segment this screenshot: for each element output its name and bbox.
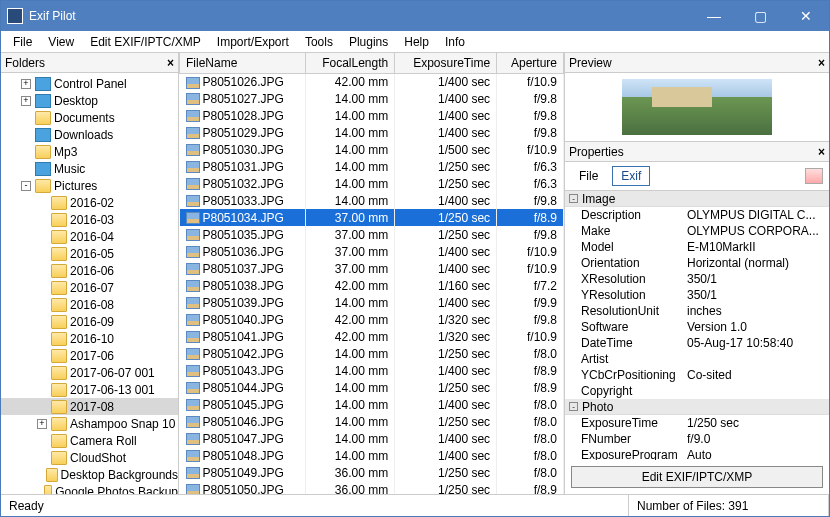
column-header[interactable]: ExposureTime bbox=[395, 53, 497, 73]
table-row[interactable]: P8051028.JPG14.00 mm1/400 secf/9.8 bbox=[180, 107, 564, 124]
table-row[interactable]: P8051039.JPG14.00 mm1/400 secf/9.9 bbox=[180, 294, 564, 311]
table-row[interactable]: P8051036.JPG37.00 mm1/400 secf/10.9 bbox=[180, 243, 564, 260]
folder-item[interactable]: 2016-07 bbox=[1, 279, 178, 296]
property-row[interactable]: ResolutionUnitinches bbox=[565, 303, 829, 319]
table-row[interactable]: P8051027.JPG14.00 mm1/400 secf/9.8 bbox=[180, 90, 564, 107]
property-row[interactable]: YCbCrPositioningCo-sited bbox=[565, 367, 829, 383]
tree-toggle-icon[interactable]: + bbox=[37, 419, 47, 429]
table-row[interactable]: P8051040.JPG42.00 mm1/320 secf/9.8 bbox=[180, 311, 564, 328]
menu-tools[interactable]: Tools bbox=[297, 33, 341, 51]
maximize-button[interactable]: ▢ bbox=[737, 1, 783, 31]
table-row[interactable]: P8051043.JPG14.00 mm1/400 secf/8.9 bbox=[180, 362, 564, 379]
table-row[interactable]: P8051050.JPG36.00 mm1/250 secf/8.9 bbox=[180, 481, 564, 494]
property-row[interactable]: OrientationHorizontal (normal) bbox=[565, 255, 829, 271]
property-row[interactable]: ExposureProgramAuto bbox=[565, 447, 829, 460]
folder-item[interactable]: Documents bbox=[1, 109, 178, 126]
table-row[interactable]: P8051042.JPG14.00 mm1/250 secf/8.0 bbox=[180, 345, 564, 362]
property-row[interactable]: DescriptionOLYMPUS DIGITAL C... bbox=[565, 207, 829, 223]
minimize-button[interactable]: — bbox=[691, 1, 737, 31]
folder-item[interactable]: 2017-08 bbox=[1, 398, 178, 415]
property-row[interactable]: SoftwareVersion 1.0 bbox=[565, 319, 829, 335]
table-row[interactable]: P8051035.JPG37.00 mm1/250 secf/9.8 bbox=[180, 226, 564, 243]
properties-close-icon[interactable]: × bbox=[818, 145, 825, 159]
folder-item[interactable]: Camera Roll bbox=[1, 432, 178, 449]
tab-exif[interactable]: Exif bbox=[612, 166, 650, 186]
table-row[interactable]: P8051045.JPG14.00 mm1/400 secf/8.0 bbox=[180, 396, 564, 413]
table-row[interactable]: P8051029.JPG14.00 mm1/400 secf/9.8 bbox=[180, 124, 564, 141]
folder-item[interactable]: 2016-05 bbox=[1, 245, 178, 262]
table-row[interactable]: P8051047.JPG14.00 mm1/400 secf/8.0 bbox=[180, 430, 564, 447]
properties-panel: Properties × File Exif -ImageDescription… bbox=[565, 142, 829, 494]
folder-item[interactable]: 2016-02 bbox=[1, 194, 178, 211]
property-row[interactable]: YResolution350/1 bbox=[565, 287, 829, 303]
property-row[interactable]: Artist bbox=[565, 351, 829, 367]
preview-close-icon[interactable]: × bbox=[818, 56, 825, 70]
folder-item[interactable]: Mp3 bbox=[1, 143, 178, 160]
table-row[interactable]: P8051041.JPG42.00 mm1/320 secf/10.9 bbox=[180, 328, 564, 345]
property-row[interactable]: ExposureTime1/250 sec bbox=[565, 415, 829, 431]
properties-options-icon[interactable] bbox=[805, 168, 823, 184]
property-group-header[interactable]: -Photo bbox=[565, 399, 829, 415]
table-row[interactable]: P8051034.JPG37.00 mm1/250 secf/8.9 bbox=[180, 209, 564, 226]
tree-toggle-icon[interactable]: + bbox=[21, 79, 31, 89]
folder-item[interactable]: +Desktop bbox=[1, 92, 178, 109]
folder-item[interactable]: 2016-10 bbox=[1, 330, 178, 347]
folder-item[interactable]: 2017-06-07 001 bbox=[1, 364, 178, 381]
property-row[interactable]: FNumberf/9.0 bbox=[565, 431, 829, 447]
table-row[interactable]: P8051026.JPG42.00 mm1/400 secf/10.9 bbox=[180, 73, 564, 90]
menu-plugins[interactable]: Plugins bbox=[341, 33, 396, 51]
folder-item[interactable]: 2016-06 bbox=[1, 262, 178, 279]
column-header[interactable]: FocalLength bbox=[305, 53, 395, 73]
column-header[interactable]: Aperture bbox=[497, 53, 564, 73]
folder-item[interactable]: -Pictures bbox=[1, 177, 178, 194]
folder-item[interactable]: 2017-06-13 001 bbox=[1, 381, 178, 398]
table-row[interactable]: P8051037.JPG37.00 mm1/400 secf/10.9 bbox=[180, 260, 564, 277]
tree-toggle-icon[interactable]: - bbox=[21, 181, 31, 191]
folder-item[interactable]: Music bbox=[1, 160, 178, 177]
menu-view[interactable]: View bbox=[40, 33, 82, 51]
column-header[interactable]: FileName bbox=[180, 53, 306, 73]
collapse-icon[interactable]: - bbox=[569, 402, 578, 411]
table-row[interactable]: P8051049.JPG36.00 mm1/250 secf/8.0 bbox=[180, 464, 564, 481]
property-row[interactable]: ModelE-M10MarkII bbox=[565, 239, 829, 255]
property-row[interactable]: XResolution350/1 bbox=[565, 271, 829, 287]
folder-item[interactable]: 2017-06 bbox=[1, 347, 178, 364]
folder-item[interactable]: +Control Panel bbox=[1, 75, 178, 92]
menu-info[interactable]: Info bbox=[437, 33, 473, 51]
menu-import-export[interactable]: Import/Export bbox=[209, 33, 297, 51]
folder-item[interactable]: Desktop Backgrounds bbox=[1, 466, 178, 483]
table-row[interactable]: P8051032.JPG14.00 mm1/250 secf/6.3 bbox=[180, 175, 564, 192]
menu-edit-exif-iptc-xmp[interactable]: Edit EXIF/IPTC/XMP bbox=[82, 33, 209, 51]
property-row[interactable]: DateTime05-Aug-17 10:58:40 bbox=[565, 335, 829, 351]
folder-item[interactable]: 2016-08 bbox=[1, 296, 178, 313]
table-row[interactable]: P8051048.JPG14.00 mm1/400 secf/8.0 bbox=[180, 447, 564, 464]
property-grid[interactable]: -ImageDescriptionOLYMPUS DIGITAL C...Mak… bbox=[565, 190, 829, 460]
folder-tree[interactable]: +Control Panel+DesktopDocumentsDownloads… bbox=[1, 73, 178, 494]
file-table-scroll[interactable]: FileNameFocalLengthExposureTimeAperture … bbox=[179, 53, 564, 494]
close-button[interactable]: ✕ bbox=[783, 1, 829, 31]
property-group-header[interactable]: -Image bbox=[565, 191, 829, 207]
folder-item[interactable]: 2016-09 bbox=[1, 313, 178, 330]
table-row[interactable]: P8051046.JPG14.00 mm1/250 secf/8.0 bbox=[180, 413, 564, 430]
folder-item[interactable]: Google Photos Backup bbox=[1, 483, 178, 494]
table-row[interactable]: P8051033.JPG14.00 mm1/400 secf/9.8 bbox=[180, 192, 564, 209]
folder-item[interactable]: +Ashampoo Snap 10 bbox=[1, 415, 178, 432]
table-row[interactable]: P8051038.JPG42.00 mm1/160 secf/7.2 bbox=[180, 277, 564, 294]
property-row[interactable]: MakeOLYMPUS CORPORA... bbox=[565, 223, 829, 239]
tab-file[interactable]: File bbox=[571, 167, 606, 185]
folder-item[interactable]: Downloads bbox=[1, 126, 178, 143]
preview-image[interactable] bbox=[622, 79, 772, 135]
property-row[interactable]: Copyright bbox=[565, 383, 829, 399]
folder-item[interactable]: CloudShot bbox=[1, 449, 178, 466]
folder-item[interactable]: 2016-03 bbox=[1, 211, 178, 228]
edit-exif-button[interactable]: Edit EXIF/IPTC/XMP bbox=[571, 466, 823, 488]
table-row[interactable]: P8051030.JPG14.00 mm1/500 secf/10.9 bbox=[180, 141, 564, 158]
tree-toggle-icon[interactable]: + bbox=[21, 96, 31, 106]
table-row[interactable]: P8051044.JPG14.00 mm1/250 secf/8.9 bbox=[180, 379, 564, 396]
table-row[interactable]: P8051031.JPG14.00 mm1/250 secf/6.3 bbox=[180, 158, 564, 175]
folder-item[interactable]: 2016-04 bbox=[1, 228, 178, 245]
collapse-icon[interactable]: - bbox=[569, 194, 578, 203]
menu-help[interactable]: Help bbox=[396, 33, 437, 51]
folders-close-icon[interactable]: × bbox=[167, 56, 174, 70]
menu-file[interactable]: File bbox=[5, 33, 40, 51]
